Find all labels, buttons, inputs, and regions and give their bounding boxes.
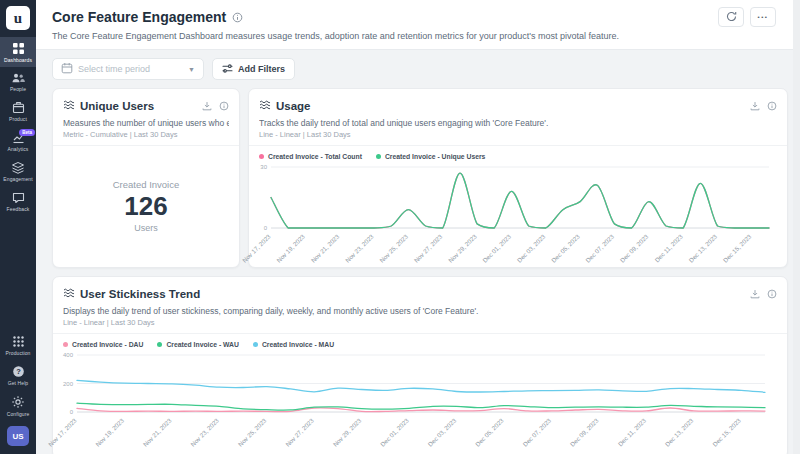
- refresh-icon: [726, 8, 737, 26]
- add-filters-button[interactable]: Add Filters: [212, 58, 295, 80]
- card-title: User Stickiness Trend: [80, 288, 200, 300]
- chart-icon: [63, 97, 75, 115]
- svg-text:Dec 13, 2023: Dec 13, 2023: [687, 232, 718, 263]
- sidebar-item-dashboards[interactable]: Dashboards: [0, 37, 36, 67]
- legend-dot: [253, 342, 258, 347]
- scrollbar-track: [793, 0, 800, 454]
- sidebar-item-label: Product: [9, 116, 27, 122]
- svg-text:Nov 21, 2023: Nov 21, 2023: [142, 416, 173, 447]
- svg-text:0: 0: [70, 409, 74, 415]
- sidebar-item-engagement[interactable]: Engagement: [0, 156, 36, 186]
- svg-text:Dec 03, 2023: Dec 03, 2023: [426, 416, 457, 447]
- svg-text:Nov 25, 2023: Nov 25, 2023: [378, 232, 409, 263]
- usage-card: Usage Tracks the daily trend of total an…: [248, 88, 788, 268]
- add-filters-label: Add Filters: [238, 64, 285, 74]
- sidebar-item-label: Feedback: [7, 206, 30, 212]
- feedback-icon: [12, 191, 25, 204]
- metric-value: 126: [124, 191, 167, 222]
- ellipsis-icon: •••: [758, 14, 769, 20]
- engagement-icon: [11, 161, 25, 174]
- avatar-initials: US: [12, 432, 23, 441]
- more-options-button[interactable]: •••: [750, 7, 776, 27]
- svg-text:Nov 23, 2023: Nov 23, 2023: [344, 232, 375, 263]
- sidebar-item-label: Get Help: [8, 380, 29, 386]
- time-period-placeholder: Select time period: [78, 64, 150, 74]
- legend-dot: [63, 342, 68, 347]
- sidebar-item-get-help[interactable]: ? Get Help: [0, 360, 36, 390]
- svg-text:Nov 27, 2023: Nov 27, 2023: [284, 416, 315, 447]
- stickiness-card: User Stickiness Trend Displays the daily…: [52, 276, 788, 454]
- page-header: Core Feature Engagement ••• The Core Fea…: [36, 0, 800, 50]
- svg-text:Dec 03, 2023: Dec 03, 2023: [516, 232, 547, 263]
- sidebar-item-configure[interactable]: Configure: [0, 390, 36, 421]
- page-description: The Core Feature Engagement Dashboard me…: [52, 31, 786, 41]
- sidebar: u Dashboards People Product Beta Analyti…: [0, 0, 36, 454]
- legend-item[interactable]: Created Invoice - DAU: [63, 341, 143, 348]
- metric-unit: Users: [134, 223, 158, 233]
- svg-text:Dec 05, 2023: Dec 05, 2023: [550, 232, 581, 263]
- svg-text:Nov 29, 2023: Nov 29, 2023: [447, 232, 478, 263]
- card-description: Measures the number of unique users who …: [63, 118, 229, 128]
- sidebar-item-analytics[interactable]: Beta Analytics: [0, 126, 36, 156]
- legend-item[interactable]: Created Invoice - Total Count: [259, 153, 362, 160]
- chart-icon: [259, 97, 271, 115]
- svg-text:Nov 21, 2023: Nov 21, 2023: [309, 232, 340, 263]
- app-logo-letter: u: [14, 10, 22, 27]
- help-icon: ?: [12, 365, 25, 378]
- beta-badge: Beta: [19, 129, 35, 136]
- info-icon[interactable]: [767, 101, 777, 111]
- svg-text:200: 200: [63, 381, 74, 387]
- stickiness-chart: 0200400Nov 17, 2023Nov 19, 2023Nov 21, 2…: [59, 350, 771, 454]
- legend-dot: [376, 154, 381, 159]
- svg-text:?: ?: [16, 367, 21, 376]
- configure-icon: [11, 395, 25, 409]
- svg-text:Nov 29, 2023: Nov 29, 2023: [331, 416, 362, 447]
- svg-text:Dec 11, 2023: Dec 11, 2023: [616, 416, 647, 447]
- user-avatar[interactable]: US: [7, 426, 29, 446]
- download-icon[interactable]: [750, 101, 760, 111]
- sidebar-item-people[interactable]: People: [0, 67, 36, 96]
- download-icon[interactable]: [202, 101, 212, 111]
- sidebar-item-label: People: [10, 86, 26, 92]
- legend-label: Created Invoice - Unique Users: [385, 153, 485, 160]
- info-icon[interactable]: [219, 101, 229, 111]
- chart-icon: [63, 285, 75, 303]
- legend-label: Created Invoice - DAU: [72, 341, 143, 348]
- card-meta: Metric - Cumulative | Last 30 Days: [63, 130, 229, 139]
- card-title: Usage: [276, 100, 311, 112]
- sidebar-item-production[interactable]: Production: [0, 330, 36, 360]
- info-icon[interactable]: [767, 289, 777, 299]
- svg-text:0: 0: [264, 225, 268, 231]
- download-icon[interactable]: [750, 289, 760, 299]
- legend-item[interactable]: Created Invoice - WAU: [157, 341, 239, 348]
- sidebar-item-label: Configure: [7, 411, 30, 417]
- time-period-select[interactable]: Select time period ▼: [52, 58, 204, 80]
- svg-text:Nov 19, 2023: Nov 19, 2023: [275, 232, 306, 263]
- svg-text:Dec 09, 2023: Dec 09, 2023: [619, 232, 650, 263]
- svg-text:Nov 19, 2023: Nov 19, 2023: [94, 416, 125, 447]
- svg-text:Dec 07, 2023: Dec 07, 2023: [584, 232, 615, 263]
- metric-label: Created Invoice: [113, 179, 180, 190]
- svg-text:Nov 17, 2023: Nov 17, 2023: [47, 416, 78, 447]
- production-icon: [12, 335, 25, 348]
- refresh-button[interactable]: [718, 7, 744, 27]
- title-info-icon[interactable]: [232, 12, 243, 23]
- svg-text:Dec 01, 2023: Dec 01, 2023: [379, 416, 410, 447]
- people-icon: [11, 72, 25, 84]
- legend-label: Created Invoice - Total Count: [268, 153, 362, 160]
- legend-item[interactable]: Created Invoice - Unique Users: [376, 153, 485, 160]
- svg-text:Dec 13, 2023: Dec 13, 2023: [664, 416, 695, 447]
- usage-legend: Created Invoice - Total CountCreated Inv…: [249, 146, 787, 160]
- sidebar-item-product[interactable]: Product: [0, 96, 36, 126]
- svg-text:Dec 11, 2023: Dec 11, 2023: [653, 232, 684, 263]
- legend-item[interactable]: Created Invoice - MAU: [253, 341, 334, 348]
- card-title: Unique Users: [80, 100, 154, 112]
- chevron-down-icon: ▼: [188, 66, 195, 73]
- sidebar-item-feedback[interactable]: Feedback: [0, 186, 36, 216]
- filters-icon: [222, 63, 233, 76]
- filter-bar: Select time period ▼ Add Filters: [36, 50, 800, 88]
- card-meta: Line - Linear | Last 30 Days: [63, 318, 777, 327]
- app-logo[interactable]: u: [6, 6, 30, 30]
- svg-text:Dec 07, 2023: Dec 07, 2023: [521, 416, 552, 447]
- calendar-icon: [61, 60, 73, 78]
